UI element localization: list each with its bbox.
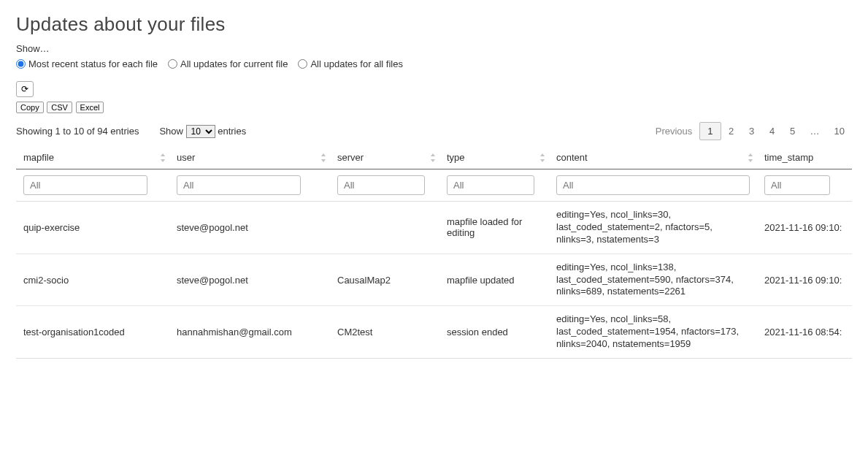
filter-type[interactable] [447, 175, 534, 195]
cell-timestamp: 2021-11-16 08:54: [757, 306, 852, 359]
cell-user: steve@pogol.net [169, 253, 330, 306]
length-menu: Show 10 entries [159, 125, 246, 138]
page-2[interactable]: 2 [721, 123, 742, 140]
col-header-server-label: server [337, 152, 364, 163]
refresh-button[interactable]: ⟳ [16, 81, 34, 97]
excel-button[interactable]: Excel [76, 102, 104, 113]
col-header-mapfile-label: mapfile [23, 152, 54, 163]
cell-user: steve@pogol.net [169, 202, 330, 254]
filter-timestamp[interactable] [764, 175, 830, 195]
radio-current-file[interactable]: All updates for current file [168, 58, 288, 69]
col-header-content-label: content [556, 152, 588, 163]
pagination: Previous 1 2 3 4 5 … 10 [648, 122, 852, 140]
cell-mapfile: test-organisation1coded [16, 306, 169, 359]
radio-most-recent-input[interactable] [16, 59, 26, 69]
col-header-user[interactable]: user [169, 146, 330, 169]
radio-most-recent[interactable]: Most recent status for each file [16, 58, 158, 69]
filter-server[interactable] [337, 175, 425, 195]
length-menu-entries: entries [218, 126, 246, 137]
radio-all-files-label: All updates for all files [310, 58, 402, 69]
table-row: cmi2-socio steve@pogol.net CausalMap2 ma… [16, 253, 852, 306]
cell-content: editing=Yes, ncol_links=58, last_coded_s… [549, 306, 757, 359]
csv-button[interactable]: CSV [47, 102, 72, 113]
filter-mapfile[interactable] [23, 175, 147, 195]
col-header-content[interactable]: content [549, 146, 757, 169]
cell-type: mapfile updated [439, 253, 549, 306]
page-title: Updates about your files [16, 13, 852, 36]
filter-row [16, 169, 852, 202]
table-row: test-organisation1coded hannahmishan@gma… [16, 306, 852, 359]
sort-icon [540, 153, 545, 162]
cell-user: hannahmishan@gmail.com [169, 306, 330, 359]
col-header-server[interactable]: server [330, 146, 439, 169]
length-menu-show: Show [159, 126, 183, 137]
col-header-timestamp[interactable]: time_stamp [757, 146, 852, 169]
radio-all-files[interactable]: All updates for all files [298, 58, 402, 69]
show-label: Show… [16, 43, 852, 54]
radio-current-file-label: All updates for current file [180, 58, 288, 69]
entries-info: Showing 1 to 10 of 94 entries [16, 126, 139, 137]
page-5[interactable]: 5 [783, 123, 803, 140]
col-header-timestamp-label: time_stamp [764, 152, 813, 163]
radio-all-files-input[interactable] [298, 59, 307, 69]
filter-content[interactable] [556, 175, 750, 195]
sort-icon [431, 153, 435, 162]
col-header-mapfile[interactable]: mapfile [16, 146, 169, 169]
filter-user[interactable] [177, 175, 301, 195]
cell-content: editing=Yes, ncol_links=138, last_coded_… [549, 253, 757, 306]
sort-icon [748, 153, 753, 162]
sort-icon [161, 153, 165, 162]
col-header-type[interactable]: type [439, 146, 549, 169]
cell-timestamp: 2021-11-16 09:10: [757, 253, 852, 306]
filter-radios: Most recent status for each file All upd… [16, 58, 852, 69]
page-previous[interactable]: Previous [648, 123, 700, 140]
page-3[interactable]: 3 [742, 123, 762, 140]
col-header-user-label: user [177, 152, 195, 163]
cell-mapfile: cmi2-socio [16, 253, 169, 306]
cell-content: editing=Yes, ncol_links=30, last_coded_s… [549, 202, 757, 254]
copy-button[interactable]: Copy [16, 102, 44, 113]
cell-server: CausalMap2 [330, 253, 439, 306]
page-ellipsis: … [803, 123, 827, 140]
cell-type: session ended [439, 306, 549, 359]
cell-timestamp: 2021-11-16 09:10: [757, 202, 852, 254]
radio-most-recent-label: Most recent status for each file [28, 58, 158, 69]
refresh-icon: ⟳ [21, 84, 28, 94]
cell-server: CM2test [330, 306, 439, 359]
radio-current-file-input[interactable] [168, 59, 177, 69]
updates-table: mapfile user server type content time_st… [16, 146, 852, 359]
col-header-type-label: type [447, 152, 465, 163]
page-10[interactable]: 10 [827, 123, 852, 140]
cell-mapfile: quip-exercise [16, 202, 169, 254]
cell-server [330, 202, 439, 254]
table-row: quip-exercise steve@pogol.net mapfile lo… [16, 202, 852, 254]
page-4[interactable]: 4 [762, 123, 783, 140]
sort-icon [321, 153, 326, 162]
entries-select[interactable]: 10 [186, 125, 215, 138]
cell-type: mapfile loaded for editing [439, 202, 549, 254]
page-1[interactable]: 1 [699, 122, 721, 140]
